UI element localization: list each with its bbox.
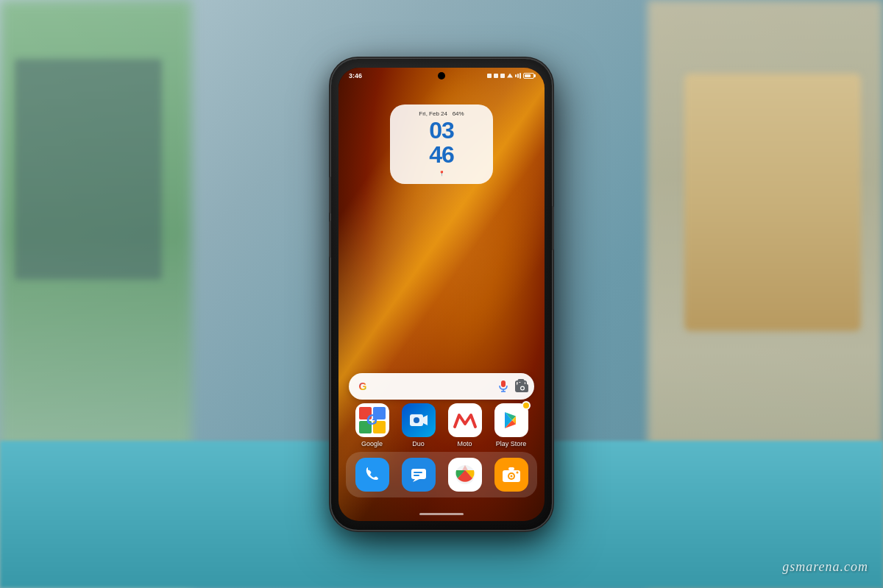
phone-screen: 3:46 (338, 68, 545, 521)
svg-marker-15 (413, 479, 419, 482)
app-duo[interactable]: Duo (397, 403, 440, 447)
google-label: Google (361, 440, 383, 447)
app-moto[interactable]: Moto (444, 403, 486, 447)
moto-icon (448, 403, 482, 437)
camera-search-icon[interactable] (515, 380, 527, 392)
home-indicator[interactable] (419, 513, 464, 515)
notification-dot2 (494, 74, 498, 78)
microphone-icon[interactable] (497, 380, 509, 392)
clock-widget: Fri, Feb 24 64% 03 46 (390, 105, 493, 184)
notification-dot (487, 74, 492, 78)
watermark: gsmarena.com (782, 559, 868, 575)
front-camera (438, 72, 445, 79)
svg-rect-16 (414, 472, 422, 473)
battery-icon (523, 73, 534, 79)
svg-point-24 (510, 475, 512, 477)
power-button[interactable] (552, 206, 554, 250)
google-icon: G (355, 403, 389, 437)
search-bar[interactable]: G (349, 373, 534, 400)
volume-up-button[interactable] (329, 177, 331, 213)
dock-messages[interactable] (402, 458, 436, 492)
dock-chrome[interactable] (448, 458, 482, 492)
svg-point-5 (521, 386, 524, 389)
svg-point-9 (414, 417, 419, 423)
bg-shelf (15, 59, 162, 280)
svg-rect-6 (520, 382, 525, 384)
moto-label: Moto (457, 440, 472, 447)
g-letter: G (359, 380, 367, 392)
duo-label: Duo (412, 440, 425, 447)
status-icons (487, 73, 534, 79)
clock-date: Fri, Feb 24 64% (399, 110, 484, 117)
play-store-label: Play Store (496, 440, 527, 447)
dock-camera[interactable] (494, 458, 528, 492)
duo-icon (402, 403, 436, 437)
app-play-store[interactable]: Play Store (490, 403, 533, 447)
svg-rect-14 (411, 469, 426, 479)
app-google[interactable]: G Google (351, 403, 394, 447)
svg-rect-17 (414, 475, 419, 476)
phone: 3:46 (331, 59, 552, 530)
play-store-icon (494, 403, 528, 437)
svg-rect-25 (508, 467, 514, 470)
bottom-dock (346, 452, 537, 497)
dock-phone[interactable] (355, 458, 389, 492)
bg-chair (684, 74, 861, 331)
svg-rect-0 (501, 380, 506, 387)
volume-down-button[interactable] (329, 221, 331, 258)
signal-bars (515, 73, 521, 79)
clock-location (399, 170, 484, 177)
google-logo: G (356, 380, 369, 393)
svg-point-26 (516, 471, 518, 473)
svg-marker-8 (423, 415, 428, 425)
status-time: 3:46 (349, 72, 362, 79)
app-grid: G Google Duo (346, 403, 537, 447)
notification-dot3 (500, 74, 505, 78)
clock-time: 03 46 (399, 118, 484, 168)
play-store-badge (522, 401, 531, 410)
phone-body: 3:46 (331, 59, 552, 530)
wifi-icon (507, 74, 513, 78)
